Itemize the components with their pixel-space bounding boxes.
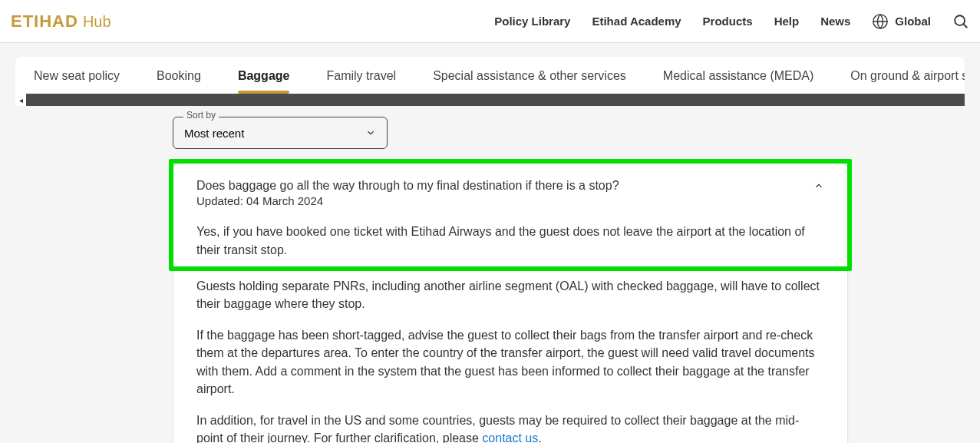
chevron-down-icon [365,127,376,138]
sort-label: Sort by [183,110,219,121]
logo-text-sub: Hub [83,13,111,31]
chevron-up-icon [813,180,824,191]
faq-answer-p1: Yes, if you have booked one ticket with … [196,225,805,256]
faq-answer-p2: Guests holding separate PNRs, including … [196,277,824,312]
sort-select[interactable]: Most recent [173,117,388,149]
faq-accordion: Does baggage go all the way through to m… [173,163,848,443]
category-tabs-container: New seat policy Booking Baggage Family t… [15,57,965,94]
tab-special-assistance[interactable]: Special assistance & other services [433,69,626,94]
contact-us-link[interactable]: contact us [482,431,538,443]
faq-header[interactable]: Does baggage go all the way through to m… [173,164,847,218]
sort-control: Sort by Most recent [173,117,388,149]
region-selector[interactable]: Global [872,13,931,30]
horizontal-scrollbar[interactable]: ◂ [15,94,965,106]
tab-booking[interactable]: Booking [157,69,201,94]
logo-text-main: ETIHAD [11,12,78,31]
tab-medical-assistance[interactable]: Medical assistance (MEDA) [663,69,814,94]
region-label: Global [895,15,931,28]
faq-updated: Updated: 04 March 2024 [196,194,619,207]
globe-icon [872,13,889,30]
scroll-left-arrow[interactable]: ◂ [15,94,26,106]
svg-line-2 [963,24,967,28]
svg-point-1 [955,15,965,25]
tab-on-ground[interactable]: On ground & airport servic [850,69,965,94]
faq-question: Does baggage go all the way through to m… [196,177,619,194]
faq-body: Guests holding separate PNRs, including … [173,266,847,443]
tab-family-travel[interactable]: Family travel [326,69,396,94]
tab-new-seat-policy[interactable]: New seat policy [34,69,120,94]
nav-help[interactable]: Help [774,15,800,28]
primary-nav: Policy Library Etihad Academy Products H… [494,13,969,30]
nav-news[interactable]: News [820,15,850,28]
faq-answer-p4: In addition, for travel in the US and so… [196,412,824,443]
nav-policy-library[interactable]: Policy Library [494,15,570,28]
nav-etihad-academy[interactable]: Etihad Academy [592,15,681,28]
category-tabs: New seat policy Booking Baggage Family t… [15,57,965,94]
tab-baggage[interactable]: Baggage [238,69,290,94]
faq-answer-p3: If the baggage has been short-tagged, ad… [196,326,824,398]
top-header: ETIHAD Hub Policy Library Etihad Academy… [0,0,980,43]
nav-products[interactable]: Products [703,15,753,28]
sort-value: Most recent [184,127,244,140]
logo[interactable]: ETIHAD Hub [11,12,111,31]
highlight-box: Does baggage go all the way through to m… [169,159,852,271]
search-icon[interactable] [952,13,969,30]
main-content: Sort by Most recent Does baggage go all … [0,106,980,443]
